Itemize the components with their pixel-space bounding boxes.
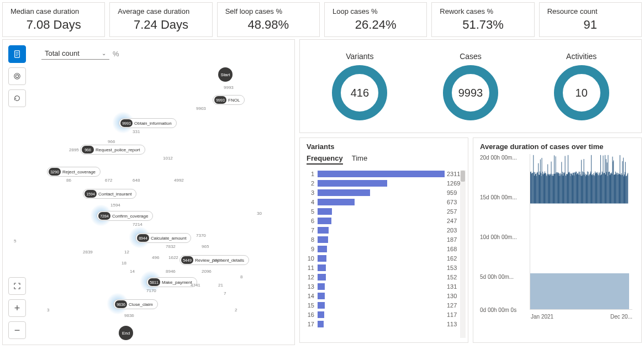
node-badge: 8944	[137, 234, 149, 242]
edge-label: 2895	[69, 147, 79, 152]
svg-rect-174	[613, 160, 614, 203]
graph-start-node[interactable]: Start	[218, 67, 233, 82]
donut-ring: 416	[332, 65, 387, 120]
node-badge: 3290	[49, 168, 61, 176]
variant-row[interactable]: 7203	[307, 225, 461, 235]
variant-row[interactable]: 15127	[307, 300, 461, 310]
graph-node-contact[interactable]: 1594Contact_insurant	[83, 189, 136, 199]
edge-label: 2096	[202, 269, 212, 274]
kpi-value: 7.24 Days	[118, 18, 204, 32]
edge-label: 9903	[196, 106, 206, 111]
zoom-out-button[interactable]: −	[8, 321, 26, 339]
kpi-value: 91	[547, 18, 634, 32]
svg-rect-49	[551, 176, 552, 204]
edge-label: 5	[14, 239, 16, 243]
variant-row[interactable]: 17113	[307, 319, 461, 329]
svg-rect-100	[577, 174, 577, 204]
node-badge: 1594	[85, 190, 97, 198]
node-label: Confirm_coverage	[112, 214, 148, 219]
variant-row[interactable]: 10162	[307, 253, 461, 263]
svg-rect-153	[603, 156, 604, 204]
svg-rect-23	[539, 174, 539, 203]
donut-variants: Variants 416	[304, 52, 415, 120]
svg-rect-203	[627, 173, 628, 203]
variant-row[interactable]: 12152	[307, 272, 461, 282]
variant-value: 2311	[445, 171, 460, 177]
metric-dropdown[interactable]: Total count ⌄	[41, 47, 109, 60]
svg-rect-80	[567, 174, 567, 204]
time-chart[interactable]: 20d 00h 00m... 15d 00h 00m... 10d 00h 00…	[480, 154, 635, 320]
graph-node-fnol[interactable]: 9993FNOL	[213, 95, 245, 105]
variant-row[interactable]: 16117	[307, 310, 461, 319]
svg-rect-178	[615, 172, 616, 204]
svg-rect-16	[535, 174, 536, 203]
svg-rect-98	[576, 172, 576, 204]
svg-rect-147	[600, 176, 600, 204]
graph-node-calculate[interactable]: 8944Calculate_amount	[135, 233, 191, 243]
graph-node-confirm[interactable]: 7284Confirm_coverage	[97, 211, 153, 221]
refresh-icon	[13, 94, 21, 102]
svg-rect-158	[605, 174, 606, 204]
svg-rect-172	[613, 157, 613, 204]
variant-row[interactable]: 4673	[307, 197, 461, 207]
variant-row[interactable]: 12311	[307, 169, 461, 178]
kpi-label: Resource count	[547, 7, 634, 15]
graph-end-node[interactable]: End	[119, 326, 133, 340]
variant-row[interactable]: 11153	[307, 263, 461, 272]
map-view-button[interactable]	[8, 45, 26, 63]
svg-rect-76	[565, 156, 566, 203]
variant-bar	[318, 189, 370, 196]
refresh-button[interactable]	[8, 89, 26, 107]
variant-row[interactable]: 6247	[307, 216, 461, 225]
node-badge: 7284	[98, 212, 110, 220]
variant-row[interactable]: 13131	[307, 282, 461, 291]
variant-bar-list[interactable]: 1231121269395946735257624772038187916810…	[307, 169, 461, 340]
kpi-card: Loop cases %26.24%	[324, 2, 427, 37]
tab-frequency[interactable]: Frequency	[307, 154, 343, 165]
target-button[interactable]	[8, 67, 26, 85]
variant-row[interactable]: 21269	[307, 178, 461, 188]
svg-rect-196	[624, 174, 625, 203]
tab-time[interactable]: Time	[352, 154, 367, 165]
svg-rect-184	[618, 173, 619, 204]
svg-rect-27	[541, 173, 541, 203]
edge-label: 1012	[163, 156, 173, 161]
svg-rect-30	[542, 174, 542, 204]
fullscreen-button[interactable]	[8, 277, 26, 295]
svg-rect-104	[579, 172, 579, 204]
donut-ring: 10	[554, 65, 609, 120]
kpi-card: Self loop cases %48.98%	[217, 2, 320, 37]
svg-rect-140	[597, 173, 597, 203]
variant-row[interactable]: 14130	[307, 291, 461, 300]
variant-row[interactable]: 3959	[307, 188, 461, 197]
variant-value: 162	[445, 255, 457, 262]
svg-rect-87	[570, 176, 571, 204]
graph-node-close[interactable]: 9836Close_claim	[113, 299, 158, 309]
variant-row[interactable]: 8187	[307, 235, 461, 244]
variant-bar	[318, 274, 326, 280]
kpi-label: Average case duration	[118, 7, 204, 15]
variant-row[interactable]: 9168	[307, 244, 461, 253]
svg-rect-123	[588, 172, 589, 203]
process-graph[interactable]: StartEnd9993FNOL9993Obtain_information96…	[36, 67, 289, 339]
svg-rect-112	[583, 174, 583, 203]
zoom-in-button[interactable]: +	[8, 299, 26, 317]
graph-node-make[interactable]: 5811Make_payment	[146, 277, 197, 287]
edge-label: 5306	[213, 258, 223, 263]
variant-row[interactable]: 5257	[307, 207, 461, 216]
svg-rect-56	[555, 173, 556, 203]
svg-rect-149	[601, 175, 601, 204]
graph-node-request[interactable]: 966Request_police_report	[80, 145, 145, 155]
kpi-value: 26.24%	[332, 18, 419, 32]
svg-rect-115	[584, 172, 585, 203]
svg-rect-67	[561, 176, 561, 204]
variant-index: 13	[307, 283, 318, 290]
edge-label: 7	[224, 291, 226, 296]
edge-label: 7214	[133, 222, 142, 227]
edge-label: 496	[152, 255, 159, 260]
scrollbar[interactable]	[460, 170, 466, 338]
edge-label: 9836	[124, 313, 134, 318]
graph-node-obtain[interactable]: 9993Obtain_information	[119, 118, 177, 128]
svg-rect-94	[574, 176, 574, 204]
graph-node-reject[interactable]: 3290Reject_coverage	[47, 167, 101, 177]
